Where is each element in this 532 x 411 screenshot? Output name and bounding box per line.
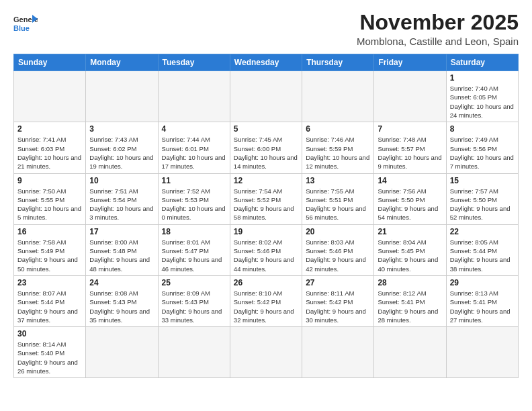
day-info: Sunrise: 7:45 AM Sunset: 6:00 PM Dayligh… — [234, 135, 298, 171]
day-number: 9 — [17, 176, 82, 185]
day-number: 19 — [234, 227, 298, 236]
day-info: Sunrise: 7:48 AM Sunset: 5:57 PM Dayligh… — [378, 135, 442, 171]
table-row — [158, 327, 230, 378]
table-row — [230, 71, 302, 122]
day-info: Sunrise: 7:40 AM Sunset: 6:05 PM Dayligh… — [450, 84, 515, 120]
day-number: 29 — [450, 278, 515, 287]
day-number: 17 — [89, 227, 154, 236]
svg-text:Blue: Blue — [13, 24, 30, 32]
day-info: Sunrise: 8:01 AM Sunset: 5:47 PM Dayligh… — [162, 238, 226, 273]
day-info: Sunrise: 8:14 AM Sunset: 5:40 PM Dayligh… — [17, 340, 82, 375]
table-row: 24Sunrise: 8:08 AM Sunset: 5:43 PM Dayli… — [86, 275, 158, 326]
table-row: 4Sunrise: 7:44 AM Sunset: 6:01 PM Daylig… — [158, 122, 230, 173]
table-row: 15Sunrise: 7:57 AM Sunset: 5:50 PM Dayli… — [446, 173, 518, 224]
day-number: 18 — [162, 227, 226, 236]
day-info: Sunrise: 7:58 AM Sunset: 5:49 PM Dayligh… — [17, 238, 82, 273]
logo: General Blue — [13, 13, 38, 32]
table-row: 27Sunrise: 8:11 AM Sunset: 5:42 PM Dayli… — [302, 275, 374, 326]
table-row: 5Sunrise: 7:45 AM Sunset: 6:00 PM Daylig… — [230, 122, 302, 173]
day-number: 23 — [17, 278, 82, 287]
table-row: 30Sunrise: 8:14 AM Sunset: 5:40 PM Dayli… — [14, 327, 86, 378]
col-friday: Friday — [374, 54, 446, 71]
col-tuesday: Tuesday — [158, 54, 230, 71]
title-area: November 2025 Momblona, Castille and Leo… — [357, 11, 519, 47]
table-row: 2Sunrise: 7:41 AM Sunset: 6:03 PM Daylig… — [14, 122, 86, 173]
col-monday: Monday — [86, 54, 158, 71]
day-number: 15 — [450, 176, 515, 185]
day-info: Sunrise: 7:50 AM Sunset: 5:55 PM Dayligh… — [17, 187, 82, 222]
table-row: 3Sunrise: 7:43 AM Sunset: 6:02 PM Daylig… — [86, 122, 158, 173]
day-info: Sunrise: 7:54 AM Sunset: 5:52 PM Dayligh… — [234, 187, 298, 222]
day-info: Sunrise: 7:43 AM Sunset: 6:02 PM Dayligh… — [89, 135, 154, 171]
table-row: 13Sunrise: 7:55 AM Sunset: 5:51 PM Dayli… — [302, 173, 374, 224]
col-thursday: Thursday — [302, 54, 374, 71]
page: General Blue November 2025 Momblona, Cas… — [0, 0, 532, 385]
day-number: 6 — [306, 124, 370, 134]
day-info: Sunrise: 7:51 AM Sunset: 5:54 PM Dayligh… — [89, 187, 154, 222]
day-number: 25 — [162, 278, 226, 287]
day-number: 4 — [162, 124, 226, 134]
table-row: 19Sunrise: 8:02 AM Sunset: 5:46 PM Dayli… — [230, 224, 302, 275]
day-number: 5 — [234, 124, 298, 134]
table-row — [86, 327, 158, 378]
table-row: 17Sunrise: 8:00 AM Sunset: 5:48 PM Dayli… — [86, 224, 158, 275]
table-row: 11Sunrise: 7:52 AM Sunset: 5:53 PM Dayli… — [158, 173, 230, 224]
day-number: 22 — [450, 227, 515, 236]
day-info: Sunrise: 7:57 AM Sunset: 5:50 PM Dayligh… — [450, 187, 515, 222]
day-number: 21 — [378, 227, 442, 236]
header: General Blue November 2025 Momblona, Cas… — [13, 11, 519, 47]
day-number: 27 — [306, 278, 370, 287]
day-info: Sunrise: 7:56 AM Sunset: 5:50 PM Dayligh… — [378, 187, 442, 222]
month-title: November 2025 — [357, 11, 519, 34]
table-row — [230, 327, 302, 378]
day-number: 13 — [306, 176, 370, 185]
day-info: Sunrise: 8:08 AM Sunset: 5:43 PM Dayligh… — [89, 289, 154, 324]
day-info: Sunrise: 8:02 AM Sunset: 5:46 PM Dayligh… — [234, 238, 298, 273]
table-row: 8Sunrise: 7:49 AM Sunset: 5:56 PM Daylig… — [446, 122, 518, 173]
day-number: 20 — [306, 227, 370, 236]
day-number: 8 — [450, 124, 515, 134]
table-row — [446, 327, 518, 378]
day-number: 24 — [89, 278, 154, 287]
generalblue-logo-icon: General Blue — [13, 13, 38, 32]
day-number: 28 — [378, 278, 442, 287]
day-info: Sunrise: 7:52 AM Sunset: 5:53 PM Dayligh… — [162, 187, 226, 222]
table-row — [158, 71, 230, 122]
day-info: Sunrise: 7:41 AM Sunset: 6:03 PM Dayligh… — [17, 135, 82, 171]
day-number: 7 — [378, 124, 442, 134]
day-number: 14 — [378, 176, 442, 185]
day-info: Sunrise: 7:46 AM Sunset: 5:59 PM Dayligh… — [306, 135, 370, 171]
table-row: 20Sunrise: 8:03 AM Sunset: 5:46 PM Dayli… — [302, 224, 374, 275]
table-row: 28Sunrise: 8:12 AM Sunset: 5:41 PM Dayli… — [374, 275, 446, 326]
table-row: 29Sunrise: 8:13 AM Sunset: 5:41 PM Dayli… — [446, 275, 518, 326]
day-info: Sunrise: 8:11 AM Sunset: 5:42 PM Dayligh… — [306, 289, 370, 324]
calendar-header-row: Sunday Monday Tuesday Wednesday Thursday… — [14, 54, 519, 71]
table-row — [86, 71, 158, 122]
col-wednesday: Wednesday — [230, 54, 302, 71]
table-row: 10Sunrise: 7:51 AM Sunset: 5:54 PM Dayli… — [86, 173, 158, 224]
table-row: 16Sunrise: 7:58 AM Sunset: 5:49 PM Dayli… — [14, 224, 86, 275]
table-row — [374, 327, 446, 378]
day-info: Sunrise: 8:05 AM Sunset: 5:44 PM Dayligh… — [450, 238, 515, 273]
col-saturday: Saturday — [446, 54, 518, 71]
table-row — [302, 327, 374, 378]
calendar-table: Sunday Monday Tuesday Wednesday Thursday… — [13, 54, 519, 378]
col-sunday: Sunday — [14, 54, 86, 71]
location-title: Momblona, Castille and Leon, Spain — [357, 36, 519, 47]
table-row: 25Sunrise: 8:09 AM Sunset: 5:43 PM Dayli… — [158, 275, 230, 326]
day-number: 2 — [17, 124, 82, 134]
table-row: 7Sunrise: 7:48 AM Sunset: 5:57 PM Daylig… — [374, 122, 446, 173]
day-number: 12 — [234, 176, 298, 185]
table-row: 14Sunrise: 7:56 AM Sunset: 5:50 PM Dayli… — [374, 173, 446, 224]
day-info: Sunrise: 8:07 AM Sunset: 5:44 PM Dayligh… — [17, 289, 82, 324]
day-info: Sunrise: 7:55 AM Sunset: 5:51 PM Dayligh… — [306, 187, 370, 222]
day-info: Sunrise: 8:00 AM Sunset: 5:48 PM Dayligh… — [89, 238, 154, 273]
day-info: Sunrise: 8:10 AM Sunset: 5:42 PM Dayligh… — [234, 289, 298, 324]
day-number: 16 — [17, 227, 82, 236]
day-number: 3 — [89, 124, 154, 134]
day-info: Sunrise: 8:04 AM Sunset: 5:45 PM Dayligh… — [378, 238, 442, 273]
table-row: 23Sunrise: 8:07 AM Sunset: 5:44 PM Dayli… — [14, 275, 86, 326]
table-row: 18Sunrise: 8:01 AM Sunset: 5:47 PM Dayli… — [158, 224, 230, 275]
day-info: Sunrise: 8:13 AM Sunset: 5:41 PM Dayligh… — [450, 289, 515, 324]
table-row: 6Sunrise: 7:46 AM Sunset: 5:59 PM Daylig… — [302, 122, 374, 173]
